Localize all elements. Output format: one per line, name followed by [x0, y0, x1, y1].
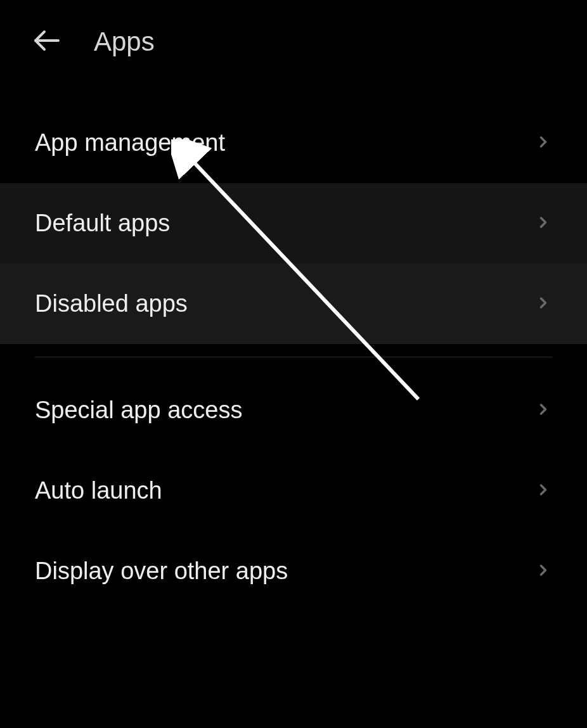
- chevron-right-icon: [534, 294, 552, 314]
- list-item-label: Display over other apps: [35, 558, 288, 585]
- list-item-app-management[interactable]: App management: [0, 103, 587, 183]
- chevron-right-icon: [534, 400, 552, 421]
- list-item-special-app-access[interactable]: Special app access: [0, 370, 587, 450]
- list-item-default-apps[interactable]: Default apps: [0, 183, 587, 264]
- list-item-label: Special app access: [35, 397, 242, 424]
- list-item-label: App management: [35, 129, 225, 156]
- settings-list: App management Default apps Disabled app…: [0, 103, 587, 611]
- page-title: Apps: [94, 27, 155, 57]
- list-item-label: Auto launch: [35, 477, 162, 504]
- chevron-right-icon: [534, 214, 552, 234]
- chevron-right-icon: [534, 133, 552, 153]
- list-item-label: Disabled apps: [35, 290, 188, 317]
- arrow-left-icon: [32, 25, 62, 58]
- list-item-display-over-other-apps[interactable]: Display over other apps: [0, 531, 587, 611]
- list-item-label: Default apps: [35, 210, 170, 237]
- back-button[interactable]: [32, 25, 62, 58]
- list-item-disabled-apps[interactable]: Disabled apps: [0, 264, 587, 344]
- chevron-right-icon: [534, 561, 552, 582]
- page-header: Apps: [0, 0, 587, 77]
- divider: [35, 357, 552, 357]
- list-item-auto-launch[interactable]: Auto launch: [0, 450, 587, 531]
- chevron-right-icon: [534, 481, 552, 501]
